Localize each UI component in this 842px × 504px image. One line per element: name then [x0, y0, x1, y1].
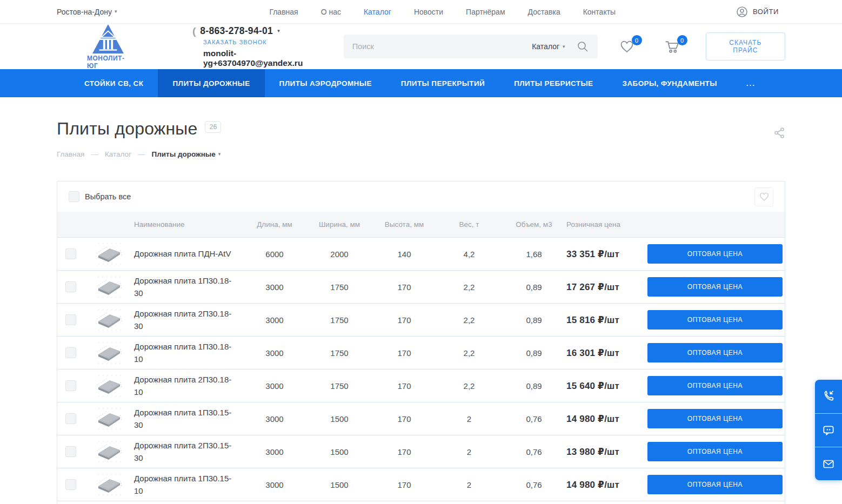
row-checkbox[interactable]: [65, 380, 76, 391]
search-input[interactable]: [352, 42, 532, 51]
topnav-delivery[interactable]: Доставка: [528, 8, 560, 16]
product-name-link[interactable]: Дорожная плита 2П30.18-10: [134, 373, 234, 399]
topnav-news[interactable]: Новости: [414, 8, 443, 16]
table-row: Дорожная плита 2П30.18-10 3000 1750 170 …: [57, 369, 785, 402]
row-checkbox[interactable]: [65, 413, 76, 424]
product-price: 14 980 ₽/шт: [566, 413, 647, 425]
product-name-link[interactable]: Дорожная плита 1П30.15-30: [134, 406, 234, 432]
wholesale-price-button[interactable]: ОПТОВАЯ ЦЕНА: [647, 376, 783, 395]
topnav-partners[interactable]: Партнёрам: [466, 8, 505, 16]
phone-row[interactable]: ( 8-863-278-94-01 ▾: [192, 25, 324, 37]
nav-plity-rebristye[interactable]: ПЛИТЫ РЕБРИСТЫЕ: [499, 69, 607, 97]
callback-phone-icon: [821, 389, 836, 404]
nav-more-button[interactable]: ...: [732, 69, 770, 97]
product-length: 3000: [242, 447, 307, 456]
topnav-contacts[interactable]: Контакты: [583, 8, 616, 16]
product-image[interactable]: [84, 373, 134, 399]
product-image[interactable]: [84, 274, 134, 300]
chevron-down-icon: ▾: [218, 152, 221, 157]
search-category-dropdown[interactable]: Каталог ▾: [532, 42, 565, 51]
nav-stoyki[interactable]: СТОЙКИ СВ, СК: [70, 69, 158, 97]
wholesale-price-button[interactable]: ОПТОВАЯ ЦЕНА: [647, 343, 783, 362]
wholesale-price-button[interactable]: ОПТОВАЯ ЦЕНА: [647, 442, 783, 461]
topnav-catalog[interactable]: Каталог: [364, 8, 391, 16]
product-price: 15 640 ₽/шт: [566, 380, 647, 392]
wholesale-price-button[interactable]: ОПТОВАЯ ЦЕНА: [647, 409, 783, 428]
table-row: Дорожная плита ПДН-AtV 6000 2000 140 4,2…: [57, 237, 785, 270]
email-floating-button[interactable]: [815, 447, 842, 480]
nav-plity-aerodromnye[interactable]: ПЛИТЫ АЭРОДРОМНЫЕ: [265, 69, 386, 97]
product-height: 170: [372, 414, 437, 424]
topnav-about[interactable]: О нас: [321, 8, 341, 16]
product-width: 1750: [307, 381, 372, 391]
callback-floating-button[interactable]: [815, 380, 842, 413]
product-image[interactable]: [84, 439, 134, 465]
wholesale-price-button[interactable]: ОПТОВАЯ ЦЕНА: [647, 475, 783, 494]
product-length: 3000: [242, 480, 307, 489]
search-category-label: Каталог: [532, 42, 559, 51]
product-weight: 2,2: [437, 315, 502, 325]
breadcrumb-home[interactable]: Главная: [57, 150, 84, 158]
product-image[interactable]: [84, 307, 134, 333]
login-button[interactable]: ВОЙТИ: [736, 5, 779, 18]
callback-link[interactable]: ЗАКАЗАТЬ ЗВОНОК: [203, 39, 324, 45]
product-name-link[interactable]: Дорожная плита 1П30.18-30: [134, 274, 234, 300]
product-name-link[interactable]: Дорожная плита 1П30.15-10: [134, 472, 234, 498]
row-checkbox[interactable]: [65, 479, 76, 490]
product-width: 1500: [307, 480, 372, 489]
product-name-link[interactable]: Дорожная плита 2П30.18-30: [134, 307, 234, 333]
table-row: Дорожная плита 2П30.18-30 3000 1750 170 …: [57, 303, 785, 336]
download-price-button[interactable]: СКАЧАТЬ ПРАЙС: [706, 32, 785, 61]
product-width: 1500: [307, 414, 372, 424]
chat-floating-button[interactable]: [815, 413, 842, 447]
topnav-home[interactable]: Главная: [269, 8, 298, 16]
nav-plity-dorozhnye[interactable]: ПЛИТЫ ДОРОЖНЫЕ: [158, 69, 264, 97]
wholesale-price-button[interactable]: ОПТОВАЯ ЦЕНА: [647, 310, 783, 330]
logo[interactable]: МОНОЛИТ-ЮГ: [87, 24, 130, 70]
product-image[interactable]: [84, 340, 134, 366]
product-name-link[interactable]: Дорожная плита ПДН-AtV: [134, 247, 231, 260]
product-image[interactable]: [84, 472, 134, 498]
search-bar: Каталог ▾: [344, 35, 598, 58]
favorites-button[interactable]: 0: [619, 39, 634, 53]
email-link[interactable]: monolit-yg+63704970@yandex.ru: [203, 49, 324, 68]
product-weight: 2: [437, 414, 502, 424]
row-checkbox[interactable]: [65, 281, 76, 292]
favorites-count: 0: [632, 35, 642, 45]
row-checkbox[interactable]: [65, 446, 76, 457]
city-selector[interactable]: Ростов-на-Дону ▾: [57, 8, 117, 16]
breadcrumb-current[interactable]: Плиты дорожные ▾: [151, 150, 220, 158]
row-checkbox[interactable]: [65, 248, 76, 259]
phone-icon: (: [192, 25, 196, 37]
table-row: Дорожная плита 2П30.15-30 3000 1500 170 …: [57, 435, 785, 468]
user-icon: [736, 5, 749, 18]
product-weight: 2,2: [437, 348, 502, 358]
product-weight: 2,2: [437, 381, 502, 391]
chevron-down-icon: ▾: [277, 29, 280, 33]
email-icon: [821, 457, 836, 471]
product-image[interactable]: [84, 406, 134, 432]
share-button[interactable]: [773, 126, 785, 142]
select-all-checkbox[interactable]: [69, 191, 79, 202]
nav-plity-perekrytiy[interactable]: ПЛИТЫ ПЕРЕКРЫТИЙ: [386, 69, 499, 97]
add-selection-to-favorites-button[interactable]: [754, 187, 773, 206]
nav-zabory-fundamenty[interactable]: ЗАБОРЫ, ФУНДАМЕНТЫ: [608, 69, 732, 97]
row-checkbox[interactable]: [65, 314, 76, 325]
product-name-link[interactable]: Дорожная плита 2П30.15-30: [134, 439, 234, 465]
product-name-link[interactable]: Дорожная плита 1П30.18-10: [134, 340, 234, 366]
chevron-down-icon: ▾: [563, 44, 565, 49]
cart-count: 0: [677, 35, 687, 45]
product-height: 170: [372, 315, 437, 325]
product-length: 3000: [242, 348, 307, 358]
product-price: 33 351 ₽/шт: [566, 248, 647, 260]
wholesale-price-button[interactable]: ОПТОВАЯ ЦЕНА: [647, 244, 783, 264]
search-button[interactable]: [576, 40, 589, 53]
product-width: 1500: [307, 447, 372, 456]
product-length: 3000: [242, 315, 307, 325]
row-checkbox[interactable]: [65, 347, 76, 358]
cart-button[interactable]: 0: [665, 39, 680, 53]
product-price: 16 301 ₽/шт: [566, 347, 647, 359]
product-image[interactable]: [84, 241, 134, 267]
wholesale-price-button[interactable]: ОПТОВАЯ ЦЕНА: [647, 277, 783, 297]
breadcrumb-catalog[interactable]: Каталог: [105, 150, 131, 158]
